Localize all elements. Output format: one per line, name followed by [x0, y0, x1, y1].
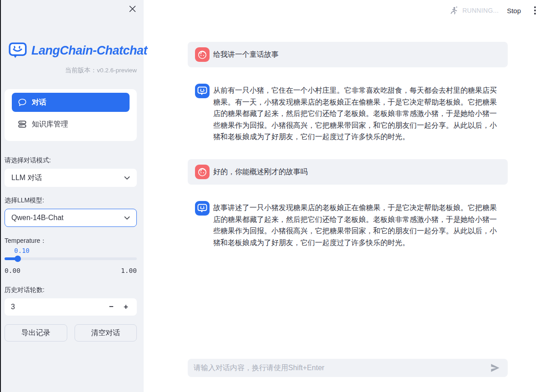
app-logo: LangChain-Chatchat	[5, 42, 137, 59]
dialog-mode-label: 请选择对话模式:	[5, 156, 137, 165]
status-text: RUNNING...	[462, 7, 499, 14]
slider-thumb[interactable]	[15, 256, 21, 262]
slider-min: 0.00	[5, 267, 20, 274]
sidebar-item-knowledge-base[interactable]: 知识库管理	[12, 115, 130, 134]
top-status-bar: RUNNING... Stop	[144, 0, 545, 21]
chevron-down-icon	[124, 216, 130, 220]
history-turns-stepper: 3 − +	[5, 298, 137, 316]
assistant-bot-icon	[195, 201, 210, 216]
chat-message-text: 好的，你能概述刚才的故事吗	[213, 166, 308, 178]
slider-range: 0.00 1.00	[5, 267, 137, 274]
sidebar-item-label: 对话	[32, 98, 46, 107]
running-man-icon	[450, 6, 459, 15]
send-icon[interactable]	[489, 362, 501, 374]
history-turns-value[interactable]: 3	[11, 303, 104, 311]
chat-bubble-icon	[18, 98, 27, 107]
chat-input[interactable]	[194, 364, 489, 372]
sidebar-actions: 导出记录 清空对话	[5, 324, 137, 342]
database-icon	[18, 120, 27, 129]
logo-text: LangChain-Chatchat	[31, 44, 147, 58]
version-value: v0.2.6-preview	[97, 67, 137, 74]
chevron-down-icon	[124, 176, 130, 180]
dialog-mode-value: LLM 对话	[11, 173, 42, 183]
logo-chat-bubble-icon	[9, 42, 27, 59]
version-label: 当前版本：	[65, 66, 97, 74]
chat-message-assistant: 故事讲述了一只小猪发现糖果店的老板娘正在偷糖果，于是它决定帮助老板娘。它把糖果店…	[188, 201, 508, 248]
slider-value: 0.10	[14, 247, 30, 254]
increment-button[interactable]: +	[119, 300, 133, 314]
chat-message-user: 好的，你能概述刚才的故事吗	[188, 159, 508, 185]
chat-message-text: 从前有一只小猪，它住在一个小村庄里。它非常喜欢吃甜食，每天都会去村里的糖果店买糖…	[213, 84, 500, 143]
decrement-button[interactable]: −	[104, 300, 119, 314]
close-icon[interactable]	[128, 4, 137, 13]
kebab-menu-icon[interactable]	[530, 5, 540, 16]
chat-area: 给我讲一个童话故事 从前有一只小猪，它住在一个小村庄里。它非常喜欢吃甜食，每天都…	[144, 0, 545, 392]
clear-dialog-button[interactable]: 清空对话	[75, 324, 137, 342]
dialog-mode-select[interactable]: LLM 对话	[5, 169, 137, 187]
temperature-label: Temperature：	[5, 237, 137, 245]
sidebar: LangChain-Chatchat 当前版本：v0.2.6-preview 对…	[0, 0, 144, 392]
chat-input-bar	[188, 359, 508, 377]
user-face-icon	[195, 165, 210, 179]
sidebar-nav: 对话 知识库管理	[5, 89, 137, 141]
user-face-icon	[195, 47, 210, 62]
llm-model-label: 选择LLM模型:	[5, 196, 137, 205]
chat-message-text: 给我讲一个童话故事	[213, 49, 279, 60]
slider-track[interactable]	[5, 257, 137, 260]
stop-button[interactable]: Stop	[507, 7, 521, 15]
chat-message-list: 给我讲一个童话故事 从前有一只小猪，它住在一个小村庄里。它非常喜欢吃甜食，每天都…	[188, 0, 508, 248]
chat-message-user: 给我讲一个童话故事	[188, 42, 508, 67]
llm-model-select[interactable]: Qwen-14B-Chat	[5, 209, 137, 227]
sidebar-item-label: 知识库管理	[32, 120, 68, 129]
assistant-bot-icon	[195, 84, 210, 98]
chat-message-text: 故事讲述了一只小猪发现糖果店的老板娘正在偷糖果，于是它决定帮助老板娘。它把糖果店…	[213, 201, 500, 248]
version-info: 当前版本：v0.2.6-preview	[5, 66, 137, 75]
temperature-slider: 0.10	[5, 247, 137, 263]
llm-model-value: Qwen-14B-Chat	[11, 214, 64, 222]
sidebar-item-dialogue[interactable]: 对话	[12, 93, 130, 112]
slider-max: 1.00	[121, 267, 137, 274]
history-turns-label: 历史对话轮数:	[5, 286, 137, 294]
chat-message-assistant: 从前有一只小猪，它住在一个小村庄里。它非常喜欢吃甜食，每天都会去村里的糖果店买糖…	[188, 84, 508, 143]
export-record-button[interactable]: 导出记录	[5, 324, 67, 342]
